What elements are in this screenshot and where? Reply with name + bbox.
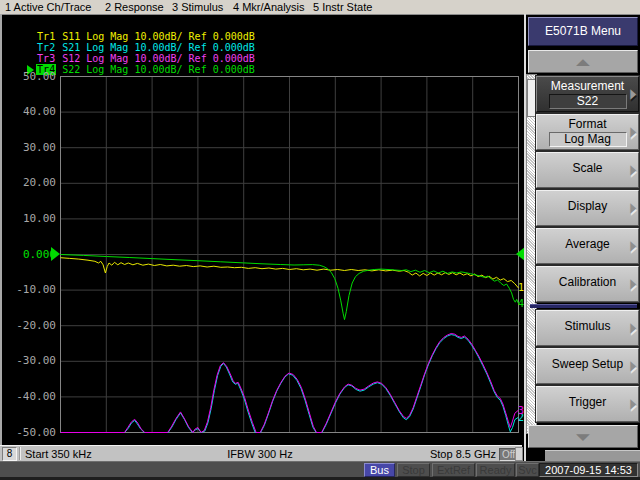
softkey-value: S22 (549, 94, 627, 109)
submenu-arrow-icon: ▶ (630, 124, 636, 140)
legend-trace-3[interactable]: Tr3S12 Log Mag 10.00dB/ Ref 0.000dB (3, 42, 255, 53)
softkey-label: Sweep Setup (537, 349, 638, 379)
submenu-arrow-icon: ▶ (630, 358, 636, 374)
submenu-arrow-icon: ▶ (630, 86, 636, 102)
channel-number-box: 8 (2, 447, 17, 461)
menu-scroll-down-button[interactable]: ▼ (528, 425, 638, 448)
badge-svc: Svc (516, 463, 539, 477)
left-frame (0, 14, 2, 445)
submenu-arrow-icon: ▶ (630, 162, 636, 178)
softkey-stimulus[interactable]: Stimulus ▶ (536, 310, 639, 346)
softkey-label: Stimulus (537, 311, 638, 341)
softkey-format[interactable]: Format Log Mag ▶ (536, 114, 639, 150)
softkey-group-separator (530, 304, 637, 308)
submenu-arrow-icon: ▶ (630, 396, 636, 412)
softkey-scale[interactable]: Scale ▶ (536, 152, 639, 188)
softkey-label: Measurement (537, 79, 638, 93)
legend-trace-4[interactable]: Tr4S22 Log Mag 10.00dB/ Ref 0.000dB (3, 53, 255, 64)
submenu-arrow-icon: ▶ (630, 200, 636, 216)
sidebar-bottom-frame (545, 450, 640, 461)
status-end-box (515, 447, 523, 461)
menu-mkr-analysis[interactable]: 4 Mkr/Analysis (233, 0, 305, 14)
scroll-down-icon: ▼ (576, 427, 590, 446)
start-frequency-label: Start 350 kHz (25, 447, 92, 461)
ref-level-marker-left-icon (51, 247, 60, 261)
softkey-label: Average (537, 229, 638, 259)
softkey-sweep-setup[interactable]: Sweep Setup ▶ (536, 348, 639, 384)
trace-settings: S22 Log Mag 10.00dB/ Ref 0.000dB (56, 64, 255, 75)
ifbw-label: IFBW 300 Hz (195, 447, 325, 461)
scrollbar-thumb[interactable] (527, 79, 536, 117)
system-status-bar: Bus Stop ExtRef Ready Svc 2007-09-15 14:… (0, 461, 640, 478)
softkey-label: Display (537, 191, 638, 221)
menu-bar: 1 Active Ch/Trace 2 Response 3 Stimulus … (0, 0, 640, 15)
badge-bus: Bus (364, 463, 395, 477)
softkey-menu-title: E5071B Menu (528, 17, 638, 46)
badge-extref: ExtRef (432, 463, 475, 477)
softkey-value: Log Mag (549, 132, 627, 147)
status-separator (19, 447, 21, 460)
softkey-calibration[interactable]: Calibration ▶ (536, 266, 639, 302)
menu-response[interactable]: 2 Response (105, 0, 164, 14)
sparameter-plot (60, 76, 519, 433)
softkey-label: Format (537, 117, 638, 131)
stop-frequency-label: Stop 8.5 GHz (400, 447, 496, 461)
datetime-display: 2007-09-15 14:53 (539, 463, 638, 477)
instrument-status-bar: 8 Start 350 kHz IFBW 300 Hz Stop 8.5 GHz… (0, 445, 522, 462)
submenu-arrow-icon: ▶ (630, 276, 636, 292)
submenu-arrow-icon: ▶ (630, 238, 636, 254)
softkey-average[interactable]: Average ▶ (536, 228, 639, 264)
badge-stop: Stop (397, 463, 430, 477)
softkey-label: Calibration (537, 267, 638, 297)
legend-trace-1[interactable]: Tr1S11 Log Mag 10.00dB/ Ref 0.000dB (3, 20, 255, 31)
menu-active-ch-trace[interactable]: 1 Active Ch/Trace (5, 0, 91, 14)
softkey-trigger[interactable]: Trigger ▶ (536, 386, 639, 422)
scroll-up-icon: ▲ (576, 52, 590, 71)
menu-scroll-up-button[interactable]: ▲ (528, 50, 638, 73)
menu-instr-state[interactable]: 5 Instr State (313, 0, 372, 14)
badge-ready: Ready (476, 463, 515, 477)
softkey-display[interactable]: Display ▶ (536, 190, 639, 226)
legend-trace-2[interactable]: Tr2S21 Log Mag 10.00dB/ Ref 0.000dB (3, 31, 255, 42)
softkey-label: Scale (537, 153, 638, 183)
submenu-arrow-icon: ▶ (630, 320, 636, 336)
softkey-measurement[interactable]: Measurement S22 ▶ (536, 76, 639, 112)
menu-stimulus[interactable]: 3 Stimulus (172, 0, 223, 14)
analyzer-window: 1 Active Ch/Trace 2 Response 3 Stimulus … (0, 0, 640, 480)
softkey-label: Trigger (537, 387, 638, 417)
